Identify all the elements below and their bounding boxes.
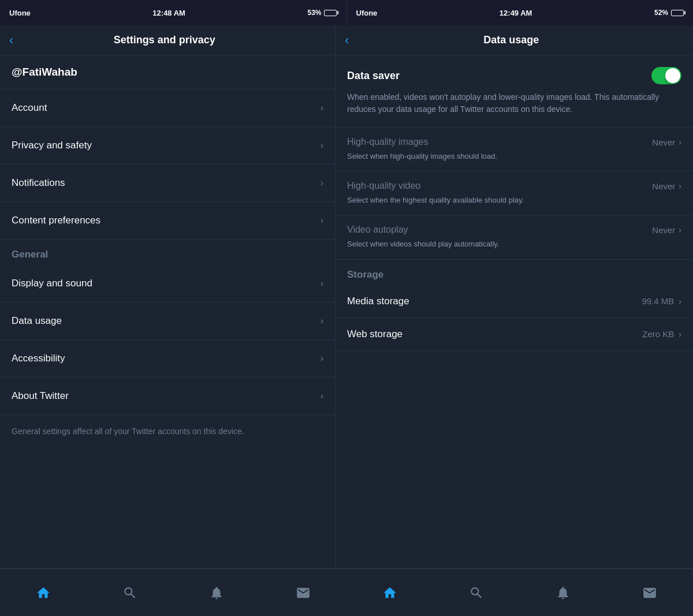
settings-item-privacy[interactable]: Privacy and safety ›: [0, 127, 335, 165]
tab-home-left[interactable]: [0, 569, 87, 616]
quality-autoplay-value: Never ›: [652, 225, 681, 235]
quality-video-value: Never ›: [652, 181, 681, 191]
data-saver-row: Data saver: [347, 67, 681, 84]
footer-note-text: General settings affect all of your Twit…: [12, 427, 244, 436]
settings-label-account: Account: [12, 102, 47, 114]
storage-web-label: Web storage: [347, 328, 403, 340]
left-battery-percent: 53%: [307, 9, 321, 17]
right-nav-header: ‹ Data usage: [336, 25, 693, 55]
chevron-icon-content-preferences: ›: [321, 215, 323, 226]
quality-section: High-quality images Never › Select when …: [336, 128, 693, 260]
storage-media-label: Media storage: [347, 296, 409, 307]
tab-bar-right: [346, 569, 693, 616]
footer-note: General settings affect all of your Twit…: [0, 415, 335, 448]
toggle-knob: [665, 68, 680, 83]
chevron-icon-privacy: ›: [321, 140, 323, 151]
settings-item-display[interactable]: Display and sound ›: [0, 265, 335, 303]
data-saver-toggle[interactable]: [651, 67, 681, 84]
quality-images-title: High-quality images: [347, 137, 429, 147]
tab-notifications-left[interactable]: [173, 569, 260, 616]
tab-bar: [0, 568, 693, 616]
settings-item-notifications[interactable]: Notifications ›: [0, 165, 335, 202]
storage-section: Storage Media storage 99.4 MB › Web stor…: [336, 260, 693, 351]
left-carrier: Ufone: [9, 9, 31, 17]
right-back-button[interactable]: ‹: [345, 33, 349, 48]
settings-item-content-preferences[interactable]: Content preferences ›: [0, 202, 335, 240]
right-carrier: Ufone: [356, 9, 378, 17]
tab-notifications-right[interactable]: [520, 569, 606, 616]
quality-item-autoplay[interactable]: Video autoplay Never › Select when video…: [336, 215, 693, 259]
right-battery-percent: 52%: [654, 9, 668, 17]
quality-images-value: Never ›: [652, 137, 681, 147]
storage-item-web[interactable]: Web storage Zero KB ›: [336, 318, 693, 351]
storage-media-right: 99.4 MB ›: [642, 296, 681, 306]
storage-web-chevron: ›: [679, 330, 681, 339]
quality-autoplay-desc: Select when videos should play automatic…: [347, 240, 500, 248]
quality-item-images[interactable]: High-quality images Never › Select when …: [336, 128, 693, 171]
status-bar-left: Ufone 12:48 AM 53%: [0, 0, 346, 25]
tab-messages-right[interactable]: [606, 569, 693, 616]
bell-icon-right: [556, 585, 571, 600]
quality-video-chevron: ›: [679, 181, 681, 191]
search-icon-left: [122, 585, 137, 600]
storage-media-value: 99.4 MB: [642, 296, 674, 306]
chevron-icon-about: ›: [321, 391, 323, 401]
storage-section-title: Storage: [347, 269, 383, 280]
tab-search-left[interactable]: [87, 569, 173, 616]
bell-icon-left: [209, 585, 224, 600]
data-saver-description: When enabled, videos won't autoplay and …: [347, 92, 659, 114]
settings-item-account[interactable]: Account ›: [0, 89, 335, 127]
chevron-icon-accessibility: ›: [321, 353, 323, 364]
left-status-icons: 53%: [307, 9, 337, 17]
storage-header: Storage: [336, 260, 693, 285]
settings-list: @FatiWahab Account › Privacy and safety …: [0, 55, 335, 568]
profile-username: @FatiWahab: [12, 66, 77, 78]
right-time: 12:49 AM: [500, 9, 532, 17]
settings-item-data-usage[interactable]: Data usage ›: [0, 303, 335, 340]
chevron-icon-account: ›: [321, 103, 323, 113]
settings-item-about[interactable]: About Twitter ›: [0, 378, 335, 415]
settings-item-accessibility[interactable]: Accessibility ›: [0, 340, 335, 378]
status-bar-right: Ufone 12:49 AM 52%: [346, 0, 694, 25]
main-panels: ‹ Settings and privacy @FatiWahab Accoun…: [0, 25, 693, 568]
quality-video-desc: Select when the highest quality availabl…: [347, 196, 524, 204]
tab-search-right[interactable]: [433, 569, 520, 616]
quality-item-autoplay-row: Video autoplay Never ›: [347, 225, 681, 235]
mail-icon-left: [296, 585, 311, 600]
storage-media-chevron: ›: [679, 297, 681, 306]
settings-label-privacy: Privacy and safety: [12, 140, 92, 151]
right-battery-icon: [671, 10, 684, 16]
mail-icon-right: [642, 585, 657, 600]
general-section-header: General: [0, 240, 335, 265]
right-panel: ‹ Data usage Data saver When enabled, vi…: [335, 25, 693, 568]
profile-item[interactable]: @FatiWahab: [0, 55, 335, 89]
storage-web-value: Zero KB: [642, 329, 674, 339]
quality-images-desc: Select when high-quality images should l…: [347, 152, 497, 160]
storage-web-right: Zero KB ›: [642, 329, 681, 339]
settings-label-about: About Twitter: [12, 390, 69, 402]
quality-autoplay-chevron: ›: [679, 225, 681, 234]
left-panel: ‹ Settings and privacy @FatiWahab Accoun…: [0, 25, 335, 568]
right-panel-title: Data usage: [356, 34, 666, 46]
tab-home-right[interactable]: [346, 569, 433, 616]
right-content: Data saver When enabled, videos won't au…: [336, 55, 693, 568]
right-status-icons: 52%: [654, 9, 684, 17]
home-icon-left: [36, 585, 51, 600]
quality-autoplay-title: Video autoplay: [347, 225, 408, 235]
data-saver-section: Data saver When enabled, videos won't au…: [336, 55, 693, 128]
storage-item-media[interactable]: Media storage 99.4 MB ›: [336, 285, 693, 318]
general-section-title: General: [12, 249, 48, 260]
left-back-button[interactable]: ‹: [9, 33, 13, 48]
data-saver-title: Data saver: [347, 70, 400, 82]
left-battery-icon: [324, 10, 337, 16]
quality-images-chevron: ›: [679, 137, 681, 147]
settings-label-content-preferences: Content preferences: [12, 215, 100, 226]
settings-label-display: Display and sound: [12, 278, 92, 289]
tab-bar-left: [0, 569, 346, 616]
settings-label-data-usage: Data usage: [12, 315, 62, 327]
left-time: 12:48 AM: [152, 9, 185, 17]
status-bar: Ufone 12:48 AM 53% Ufone 12:49 AM 52%: [0, 0, 693, 25]
quality-item-video[interactable]: High-quality video Never › Select when t…: [336, 171, 693, 215]
search-icon-right: [469, 585, 484, 600]
tab-messages-left[interactable]: [260, 569, 346, 616]
